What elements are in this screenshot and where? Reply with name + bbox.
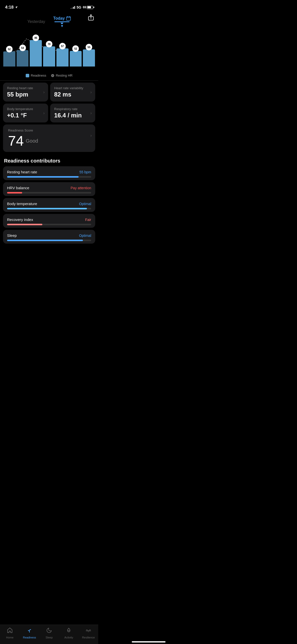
contributor-resting-hr-status: 55 bpm [79,170,91,174]
location-icon [15,6,18,9]
status-bar: 4:18 5G 69 [0,0,98,13]
contributor-body-temp-label: Body temperature [7,202,37,206]
bar-5 [56,48,69,67]
contributor-sleep-header: Sleep Optimal [7,233,91,238]
readiness-score-row: 74 Good [8,134,90,148]
status-right: 5G 69 [71,5,93,9]
contributor-hrv-header: HRV balance Pay attention [7,186,91,190]
battery-percent: 69 [83,6,86,9]
readiness-score-card[interactable]: Readiness Score 74 Good › [3,124,95,152]
body-temp-chevron: › [43,111,45,115]
score-bubble-4: 70 [46,41,52,47]
contributor-hrv-balance[interactable]: HRV balance Pay attention [3,182,95,196]
score-bubble-1: 52 [6,46,13,52]
hrv-value: 82 ms [54,91,91,98]
resting-hr-value: 55 bpm [7,91,44,98]
bar-group-6: 52 [70,51,82,67]
legend-resting-hr-dot [51,74,54,77]
bar-group-4: 70 [43,46,55,67]
readiness-contributors-heading: Readiness contributors [0,154,98,166]
readiness-score-chevron: › [90,133,92,138]
nav-tabs: Yesterday Today [0,13,98,29]
contributor-recovery-fill [7,224,42,225]
chart-bars-container: 52 54 86 70 57 [2,39,96,67]
bar-group-1: 52 [3,51,15,67]
bar-1 [3,51,15,67]
score-bubble-7: 55 [86,44,92,50]
contributor-sleep-status: Optimal [79,234,91,238]
bar-4 [43,46,55,67]
resting-hr-label: Resting heart rate [7,86,44,90]
contributor-hrv-fill [7,192,22,194]
contributor-resting-hr-fill [7,176,79,178]
bar-7 [83,49,95,67]
contributor-recovery-index[interactable]: Recovery index Fair [3,214,95,228]
network-type: 5G [77,5,81,9]
contributor-recovery-status: Fair [85,218,91,222]
bar-group-2: 54 [17,50,29,67]
contributor-hrv-track [7,192,91,194]
legend-readiness-dot [26,74,29,77]
contributor-recovery-label: Recovery index [7,217,33,222]
svg-rect-0 [67,17,71,20]
yesterday-tab[interactable]: Yesterday [23,18,49,25]
contributor-recovery-track [7,224,91,225]
calendar-icon [66,16,71,21]
status-time: 4:18 [5,5,18,10]
resp-rate-chevron: › [90,111,92,115]
legend-readiness: Readiness [26,74,46,77]
bar-6 [70,51,82,67]
contributor-sleep-track [7,240,91,241]
contributor-resting-hr-track [7,176,91,178]
readiness-chart: 52 54 86 70 57 [0,29,98,72]
contributor-recovery-header: Recovery index Fair [7,217,91,222]
contributor-body-temp-track [7,208,91,209]
bar-2 [17,50,29,67]
body-temp-card[interactable]: Body temperature +0.1 °F › [3,104,48,122]
contributor-body-temp[interactable]: Body temperature Optimal [3,198,95,212]
bar-3 [30,40,42,67]
score-bubble-2: 54 [19,45,26,51]
share-icon [88,14,94,21]
contributor-body-temp-header: Body temperature Optimal [7,202,91,206]
body-temp-value: +0.1 °F [7,112,44,119]
contributor-sleep-label: Sleep [7,233,17,238]
contributor-resting-hr[interactable]: Resting heart rate 55 bpm [3,166,95,180]
resting-hr-card[interactable]: Resting heart rate 55 bpm › [3,83,48,102]
bar-group-5: 57 [56,48,69,67]
resp-rate-card[interactable]: Respiratory rate 16.4 / min › [50,104,95,122]
contributor-sleep-fill [7,240,83,241]
hrv-card[interactable]: Heart rate variability 82 ms › [50,83,95,102]
battery-level [87,6,91,8]
legend-resting-hr: Resting HR [51,74,72,77]
share-button[interactable] [88,14,94,22]
chart-legend: Readiness Resting HR [0,72,98,80]
resp-rate-value: 16.4 / min [54,112,91,119]
battery-container: 69 [83,6,93,9]
contributor-resting-hr-header: Resting heart rate 55 bpm [7,170,91,174]
legend-readiness-label: Readiness [31,74,46,77]
contributor-body-temp-fill [7,208,87,209]
score-bubble-5: 57 [59,43,66,49]
contributors-list: Resting heart rate 55 bpm HRV balance Pa… [0,166,98,244]
contributor-sleep[interactable]: Sleep Optimal [3,230,95,244]
readiness-score-qualifier: Good [26,138,38,144]
bar-group-3: 86 [30,40,42,67]
resting-hr-chevron: › [43,90,45,94]
readiness-score-number: 74 [8,134,24,148]
resp-rate-label: Respiratory rate [54,107,91,111]
hrv-chevron: › [90,90,92,94]
metrics-grid: Resting heart rate 55 bpm › Heart rate v… [0,83,98,122]
hrv-label: Heart rate variability [54,86,91,90]
contributor-resting-hr-label: Resting heart rate [7,170,37,174]
body-temp-label: Body temperature [7,107,44,111]
contributor-hrv-label: HRV balance [7,186,29,190]
battery-icon [87,6,93,9]
signal-bars [71,6,75,9]
contributor-body-temp-status: Optimal [79,202,91,206]
readiness-score-label: Readiness Score [8,128,90,132]
today-tab[interactable]: Today [49,15,75,29]
bar-group-7: 55 [83,49,95,67]
legend-resting-hr-label: Resting HR [56,74,72,77]
time-display: 4:18 [5,5,14,10]
